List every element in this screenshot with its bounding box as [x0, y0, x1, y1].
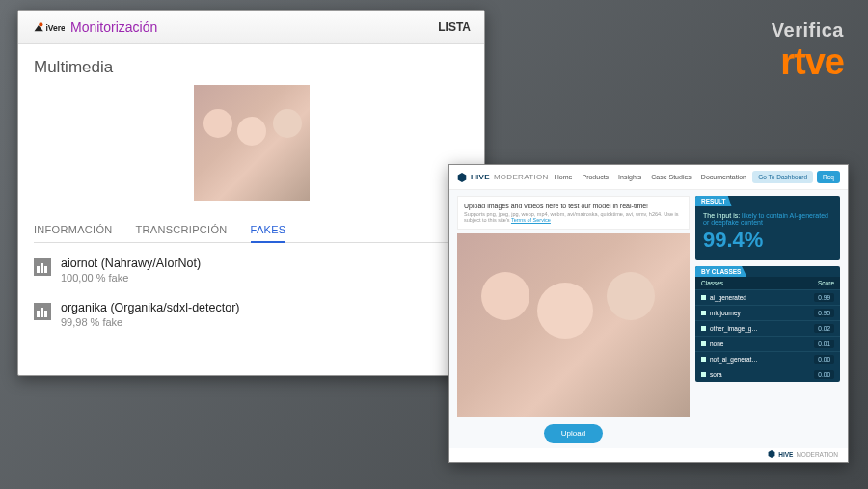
hive-body: Upload images and videos here to test ou… — [449, 190, 848, 448]
detail-tabs: INFORMACIÓN TRANSCRIPCIÓN FAKES — [34, 218, 469, 243]
hive-logo-text: HIVE — [471, 173, 490, 181]
fakes-results: aiornot (Nahrawy/AIorNot) 100,00 % fake … — [34, 243, 469, 359]
media-thumbnail[interactable] — [194, 85, 310, 201]
classes-col-name: Classes — [701, 280, 723, 286]
result-row: aiornot (Nahrawy/AIorNot) 100,00 % fake — [34, 257, 469, 284]
result-panel: RESULT The input is: likely to contain A… — [695, 196, 840, 260]
upload-subtext: Supports png, jpeg, jpg, webp, mp4, webm… — [464, 211, 683, 223]
classes-header: Classes Score — [695, 277, 840, 289]
hive-header-actions: Go To Dashboard Req — [752, 171, 840, 183]
nav-insights[interactable]: Insights — [618, 174, 641, 180]
upload-instructions: Upload images and videos here to test ou… — [457, 196, 690, 230]
hive-hex-icon — [457, 173, 467, 182]
window-body: Multimedia INFORMACIÓN TRANSCRIPCIÓN FAK… — [18, 44, 484, 375]
class-row: none0.01 — [695, 336, 840, 351]
brand-line1: Verifica — [772, 19, 844, 41]
hive-logo-sub: MODERATION — [494, 173, 549, 181]
class-row: ai_generated0.99 — [695, 289, 840, 305]
classes-panel: BY CLASSES Classes Score ai_generated0.9… — [695, 266, 840, 382]
tab-transcripcion[interactable]: TRANSCRIPCIÓN — [136, 218, 228, 242]
svg-text:iVeres: iVeres — [45, 23, 65, 33]
detector-name: aiornot (Nahrawy/AIorNot) — [61, 257, 201, 270]
classes-rows: ai_generated0.99midjourney0.95other_imag… — [695, 289, 840, 382]
window-header: iVeres Monitorización LISTA — [18, 11, 484, 44]
hive-moderation-window: HIVE MODERATION Home Products Insights C… — [448, 164, 849, 463]
svg-marker-2 — [458, 173, 467, 182]
upload-button[interactable]: Upload — [544, 424, 603, 443]
nav-documentation[interactable]: Documentation — [701, 174, 746, 180]
detector-score: 99,98 % fake — [61, 316, 240, 328]
upload-panel: Upload images and videos here to test ou… — [457, 196, 690, 443]
tab-informacion[interactable]: INFORMACIÓN — [34, 218, 113, 242]
svg-point-0 — [39, 22, 42, 26]
detector-name: organika (Organika/sdxl-detector) — [61, 301, 240, 314]
nav-home[interactable]: Home — [555, 174, 573, 180]
iveres-logo-icon: iVeres — [32, 18, 65, 36]
tab-fakes[interactable]: FAKES — [251, 218, 286, 243]
lista-button[interactable]: LISTA — [438, 20, 471, 34]
nav-products[interactable]: Products — [582, 174, 609, 180]
uploaded-image-preview[interactable] — [457, 233, 690, 417]
hive-hex-icon — [768, 450, 775, 458]
classes-tag: BY CLASSES — [695, 266, 746, 277]
bar-chart-icon — [34, 303, 51, 320]
go-to-dashboard-button[interactable]: Go To Dashboard — [752, 171, 813, 183]
result-tag: RESULT — [695, 196, 732, 206]
upload-heading: Upload images and videos here to test ou… — [464, 203, 683, 209]
classes-col-score: Score — [818, 280, 834, 286]
class-row: not_ai_generat…0.00 — [695, 351, 840, 367]
detector-score: 100,00 % fake — [61, 272, 201, 284]
app-logo: iVeres Monitorización — [32, 18, 157, 36]
nav-case-studies[interactable]: Case Studies — [651, 174, 692, 180]
bar-chart-icon — [34, 258, 51, 276]
result-sentence: The input is: likely to contain AI-gener… — [703, 212, 832, 226]
svg-marker-3 — [769, 450, 775, 458]
result-percentage: 99.4% — [703, 228, 832, 253]
class-row: midjourney0.95 — [695, 305, 840, 320]
hive-logo: HIVE MODERATION — [457, 173, 549, 182]
app-title: Monitorización — [70, 19, 157, 35]
class-row: other_image_g…0.02 — [695, 320, 840, 336]
hive-header: HIVE MODERATION Home Products Insights C… — [449, 165, 848, 190]
terms-link[interactable]: Terms of Service — [511, 217, 551, 223]
results-sidebar: RESULT The input is: likely to contain A… — [695, 196, 840, 443]
request-button[interactable]: Req — [817, 171, 840, 183]
class-row: sora0.00 — [695, 367, 840, 382]
brand-watermark: Verifica rtve — [772, 19, 844, 83]
hive-nav: Home Products Insights Case Studies Docu… — [555, 174, 746, 180]
monitorizacion-window: iVeres Monitorización LISTA Multimedia I… — [17, 10, 485, 376]
section-multimedia-label: Multimedia — [34, 58, 469, 77]
brand-line2: rtve — [772, 41, 844, 83]
result-row: organika (Organika/sdxl-detector) 99,98 … — [34, 301, 469, 328]
hive-footer-logo: HIVEMODERATION — [768, 450, 838, 458]
